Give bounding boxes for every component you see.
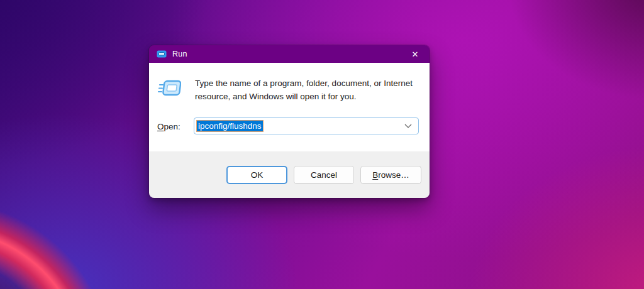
cancel-button-label: Cancel (311, 170, 337, 180)
dialog-message: Type the name of a program, folder, docu… (195, 77, 420, 103)
browse-label-mnemonic: B (372, 170, 378, 180)
browse-button-label: Browse… (372, 170, 409, 180)
open-combobox[interactable]: ipconfig/flushdns (194, 117, 419, 134)
ok-button-label: OK (251, 170, 264, 180)
browse-label-rest: rowse… (378, 170, 409, 180)
window-title: Run (172, 50, 187, 58)
open-input-value: ipconfig/flushdns (194, 121, 263, 131)
desktop-wallpaper: Run ✕ Type the name of a program, folder… (0, 0, 644, 289)
open-label-rest: pen: (164, 122, 180, 131)
selected-text: ipconfig/flushdns (197, 121, 263, 131)
dialog-body: Type the name of a program, folder, docu… (149, 63, 430, 151)
close-button[interactable]: ✕ (401, 45, 430, 63)
browse-button[interactable]: Browse… (360, 166, 421, 184)
close-icon: ✕ (412, 50, 419, 59)
open-label: Open: (157, 122, 180, 131)
cancel-button[interactable]: Cancel (294, 166, 354, 184)
run-icon-large (157, 79, 181, 102)
run-icon (157, 50, 167, 58)
open-label-mnemonic: O (157, 122, 164, 131)
combobox-dropdown-button[interactable] (398, 118, 418, 134)
run-dialog: Run ✕ Type the name of a program, folder… (149, 45, 430, 198)
dialog-footer: OK Cancel Browse… (149, 151, 430, 198)
titlebar[interactable]: Run ✕ (149, 45, 430, 63)
chevron-down-icon (404, 124, 412, 128)
ok-button[interactable]: OK (226, 166, 287, 184)
